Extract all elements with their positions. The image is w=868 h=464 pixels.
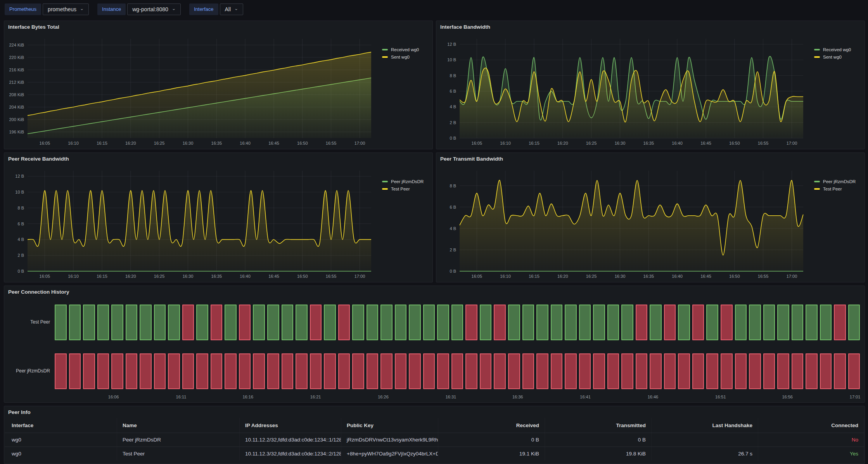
x-tick-label: 17:00 [787, 141, 797, 145]
state-bar-disconnected [225, 353, 237, 389]
state-bar-disconnected [508, 353, 520, 389]
state-bar-disconnected [409, 353, 421, 389]
table-header-interface[interactable]: Interface [5, 418, 117, 433]
x-tick-label: 16:36 [512, 395, 523, 399]
x-tick-label: 16:40 [240, 274, 251, 279]
state-bar-connected [395, 305, 407, 340]
table-header-connected[interactable]: Connected [758, 418, 864, 433]
panel-title[interactable]: Peer Transmit Bandwidth [440, 156, 503, 162]
chart-legend: Received wg0Sent wg0 [814, 47, 851, 59]
x-tick-label: 16:20 [557, 274, 568, 279]
x-tick-label: 16:20 [125, 141, 136, 145]
state-bar-disconnected [126, 353, 138, 389]
x-tick-label: 16:56 [782, 395, 793, 399]
legend-item[interactable]: Sent wg0 [814, 55, 851, 59]
panel-title[interactable]: Peer Info [8, 409, 31, 415]
state-bar-connected [168, 305, 180, 340]
x-tick-label: 16:45 [700, 141, 711, 145]
state-bar-connected [536, 305, 548, 340]
table-body: wg0Peer jRzmDsDR10.11.12.2/32,fdfd:d3ad:… [5, 433, 864, 461]
table-header-ip-addresses[interactable]: IP Addresses [240, 418, 341, 433]
state-bar-connected [621, 305, 633, 340]
chart-svg: 12 B10 B8 B6 B4 B2 B0 B16:0516:1016:1516… [439, 33, 862, 147]
panel-title[interactable]: Peer Receive Bandwidth [8, 156, 69, 162]
state-bar-connected [409, 305, 421, 340]
state-bar-disconnected [735, 353, 747, 389]
state-bar-disconnected [423, 353, 435, 389]
panel-title[interactable]: Peer Connection History [8, 289, 69, 295]
state-bar-disconnected [465, 305, 477, 340]
chevron-down-icon: ⌄ [234, 7, 238, 10]
state-bar-disconnected [792, 353, 804, 389]
state-bar-disconnected [168, 353, 180, 389]
x-tick-label: 16:15 [529, 141, 539, 145]
state-bar-connected [706, 305, 718, 340]
legend-series-name: Sent wg0 [391, 55, 410, 59]
timeline-row-label: Test Peer [7, 319, 50, 325]
x-tick-label: 16:05 [472, 141, 482, 145]
state-bar-disconnected [834, 305, 846, 340]
state-bar-connected [777, 305, 789, 340]
state-bar-disconnected [678, 353, 690, 389]
time-series-chart[interactable]: 8 B6 B4 B2 B0 B16:0516:1016:1516:2016:25… [439, 164, 862, 280]
variable-dropdown-instance[interactable]: wg-portal:8080 ⌄ [127, 3, 181, 15]
y-tick-label: 196 KiB [9, 130, 24, 134]
legend-item[interactable]: Peer jRzmDsDR [382, 179, 424, 184]
x-tick-label: 16:21 [310, 395, 321, 399]
x-tick-label: 16:20 [557, 141, 568, 145]
state-bar-disconnected [834, 353, 846, 389]
legend-item[interactable]: Received wg0 [814, 47, 851, 52]
table-cell: 26.7 s [652, 447, 758, 461]
panel-title[interactable]: Interface Bytes Total [8, 24, 59, 30]
state-bar-disconnected [310, 305, 322, 340]
panel-peer-info: Peer Info InterfaceNameIP AddressesPubli… [4, 406, 865, 464]
x-tick-label: 16:46 [648, 395, 659, 399]
state-bar-connected [196, 305, 208, 340]
variable-instance: Instance wg-portal:8080 ⌄ [97, 3, 181, 15]
state-bar-connected [565, 305, 577, 340]
chart-legend: Received wg0Sent wg0 [382, 47, 419, 59]
state-bar-connected [140, 305, 152, 340]
time-series-chart[interactable]: 12 B10 B8 B6 B4 B2 B0 B16:0516:1016:1516… [7, 164, 430, 280]
table-header-received[interactable]: Received [438, 418, 545, 433]
state-timeline-chart[interactable]: Test PeerPeer jRzmDsDR16:0616:1116:1616:… [7, 298, 861, 401]
y-tick-label: 12 B [15, 174, 24, 178]
table-header-public-key[interactable]: Public Key [341, 418, 438, 433]
x-tick-label: 16:30 [183, 141, 194, 145]
state-bar-connected [111, 305, 123, 340]
legend-item[interactable]: Received wg0 [382, 47, 419, 52]
table-header-name[interactable]: Name [117, 418, 240, 433]
state-bar-connected [806, 305, 818, 340]
state-bar-disconnected [395, 353, 407, 389]
legend-item[interactable]: Sent wg0 [382, 55, 419, 59]
x-tick-label: 16:55 [326, 274, 337, 279]
legend-series-name: Received wg0 [823, 47, 851, 52]
y-tick-label: 6 B [450, 89, 456, 93]
y-tick-label: 224 KiB [9, 43, 24, 47]
y-tick-label: 4 B [450, 226, 456, 231]
x-tick-label: 16:50 [729, 274, 740, 279]
state-bar-disconnected [111, 353, 123, 389]
grafana-dashboard: Prometheus prometheus ⌄ Instance wg-port… [0, 0, 868, 464]
timeline-row-bars [55, 353, 860, 389]
legend-item[interactable]: Peer jRzmDsDR [814, 179, 856, 184]
table-header-last-handshake[interactable]: Last Handshake [652, 418, 758, 433]
variable-dropdown-interface[interactable]: All ⌄ [220, 3, 244, 15]
table-cell: 0 B [545, 433, 652, 447]
state-bar-disconnected [211, 305, 223, 340]
time-series-chart[interactable]: 12 B10 B8 B6 B4 B2 B0 B16:0516:1016:1516… [439, 33, 862, 147]
state-bar-disconnected [777, 353, 789, 389]
table-header-transmitted[interactable]: Transmitted [545, 418, 652, 433]
panel-title[interactable]: Interface Bandwidth [440, 24, 490, 30]
state-bar-disconnected [848, 353, 860, 389]
state-bar-connected [97, 305, 109, 340]
state-bar-disconnected [763, 353, 775, 389]
legend-item[interactable]: Test Peer [814, 187, 856, 191]
legend-item[interactable]: Test Peer [382, 187, 424, 191]
time-series-chart[interactable]: 224 KiB220 KiB216 KiB212 KiB208 KiB204 K… [7, 33, 430, 147]
x-tick-label: 16:35 [211, 141, 222, 145]
state-bar-disconnected [451, 353, 463, 389]
variable-dropdown-prometheus[interactable]: prometheus ⌄ [43, 3, 89, 15]
state-bar-disconnected [324, 353, 336, 389]
state-bar-connected [253, 305, 265, 340]
